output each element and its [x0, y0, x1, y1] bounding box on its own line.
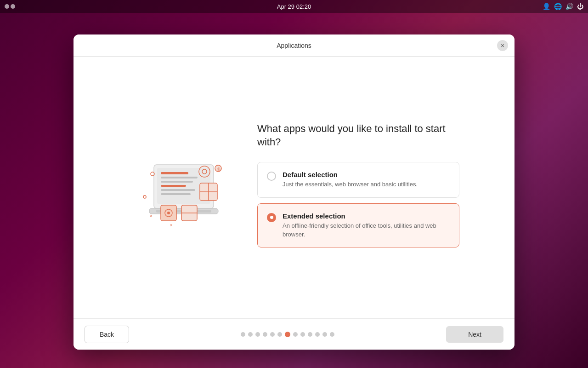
step-dot-4: [263, 332, 267, 337]
extended-radio[interactable]: [267, 213, 276, 222]
window-dot-1: [5, 4, 9, 9]
back-label: Back: [100, 331, 114, 338]
step-dot-7-active: [285, 332, 290, 337]
svg-text:×: ×: [150, 213, 153, 218]
question-text: What apps would you like to install to s…: [257, 122, 459, 149]
step-dot-5: [270, 332, 275, 337]
step-dot-1: [241, 332, 245, 337]
svg-rect-3: [161, 177, 198, 178]
svg-point-17: [167, 212, 170, 214]
close-button[interactable]: ×: [497, 40, 508, 51]
step-dot-13: [330, 332, 334, 337]
step-dot-6: [277, 332, 282, 337]
step-dot-2: [248, 332, 253, 337]
taskbar-right: 👤 🌐 🔊 ⏻: [543, 3, 583, 10]
network-icon: 🌐: [554, 3, 562, 10]
next-label: Next: [468, 331, 481, 338]
window-indicator: [5, 4, 15, 9]
options-area: What apps would you like to install to s…: [257, 122, 459, 253]
default-radio[interactable]: [267, 172, 276, 181]
svg-rect-5: [161, 185, 186, 187]
power-icon: ⏻: [577, 3, 583, 10]
svg-rect-6: [161, 189, 195, 191]
extended-option-desc: An offline-friendly selection of office …: [283, 222, 450, 239]
extended-selection-option[interactable]: Extended selection An offline-friendly s…: [257, 203, 459, 248]
taskbar-left: [5, 4, 15, 9]
step-dot-11: [315, 332, 320, 337]
dialog-body: × × ◎ What apps would you like to instal…: [74, 57, 514, 318]
svg-rect-7: [161, 193, 191, 195]
dialog-header: Applications ×: [74, 34, 514, 57]
default-selection-option[interactable]: Default selection Just the essentials, w…: [257, 162, 459, 198]
step-dot-3: [255, 332, 260, 337]
datetime-label: Apr 29 02:20: [277, 3, 311, 10]
default-option-content: Default selection Just the essentials, w…: [283, 171, 418, 189]
dialog-footer: Back Next: [74, 318, 514, 350]
close-icon: ×: [501, 42, 504, 49]
svg-rect-2: [161, 172, 188, 174]
back-button[interactable]: Back: [85, 326, 129, 343]
laptop-illustration: × × ◎: [129, 137, 230, 238]
svg-text:×: ×: [170, 223, 173, 228]
volume-icon: 🔊: [565, 3, 573, 10]
step-dot-10: [308, 332, 312, 337]
step-dot-12: [322, 332, 327, 337]
svg-rect-4: [161, 181, 193, 183]
step-dot-8: [293, 332, 298, 337]
extended-option-title: Extended selection: [283, 212, 450, 220]
default-option-desc: Just the essentials, web browser and bas…: [283, 180, 418, 189]
taskbar-center: Apr 29 02:20: [277, 3, 311, 10]
default-option-title: Default selection: [283, 171, 418, 178]
applications-dialog: Applications ×: [74, 34, 514, 350]
window-dot-2: [11, 4, 15, 9]
dialog-title: Applications: [277, 42, 311, 49]
next-button[interactable]: Next: [446, 326, 503, 343]
extended-option-content: Extended selection An offline-friendly s…: [283, 212, 450, 239]
person-icon: 👤: [543, 3, 550, 10]
illustration: × × ◎: [129, 132, 230, 243]
step-dots: [241, 332, 334, 337]
taskbar: Apr 29 02:20 👤 🌐 🔊 ⏻: [0, 0, 588, 13]
svg-text:◎: ◎: [217, 167, 220, 171]
svg-point-19: [143, 196, 146, 198]
step-dot-9: [300, 332, 305, 337]
